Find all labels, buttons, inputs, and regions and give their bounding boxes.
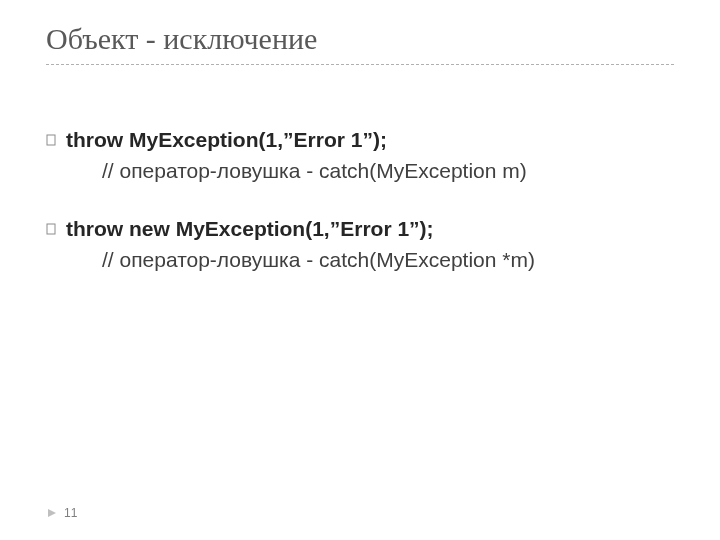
bullet-icon xyxy=(46,134,56,146)
code-line-main: throw new MyException(1,”Error 1”); xyxy=(66,216,434,242)
footer: 11 xyxy=(46,506,77,520)
bullet-icon xyxy=(46,223,56,235)
svg-rect-0 xyxy=(47,135,55,145)
code-line-sub: // оператор-ловушка - catch(MyException … xyxy=(46,246,674,274)
slide-title: Объект - исключение xyxy=(0,0,720,62)
list-item: throw new MyException(1,”Error 1”); // о… xyxy=(46,216,674,275)
content-area: throw MyException(1,”Error 1”); // опера… xyxy=(0,65,720,274)
bullet-row: throw MyException(1,”Error 1”); xyxy=(46,127,674,153)
svg-rect-1 xyxy=(47,224,55,234)
bullet-row: throw new MyException(1,”Error 1”); xyxy=(46,216,674,242)
page-number: 11 xyxy=(64,506,77,520)
list-item: throw MyException(1,”Error 1”); // опера… xyxy=(46,127,674,186)
code-line-main: throw MyException(1,”Error 1”); xyxy=(66,127,387,153)
slide: Объект - исключение throw MyException(1,… xyxy=(0,0,720,540)
code-line-sub: // оператор-ловушка - catch(MyException … xyxy=(46,157,674,185)
svg-marker-2 xyxy=(48,509,56,517)
triangle-icon xyxy=(46,507,58,519)
